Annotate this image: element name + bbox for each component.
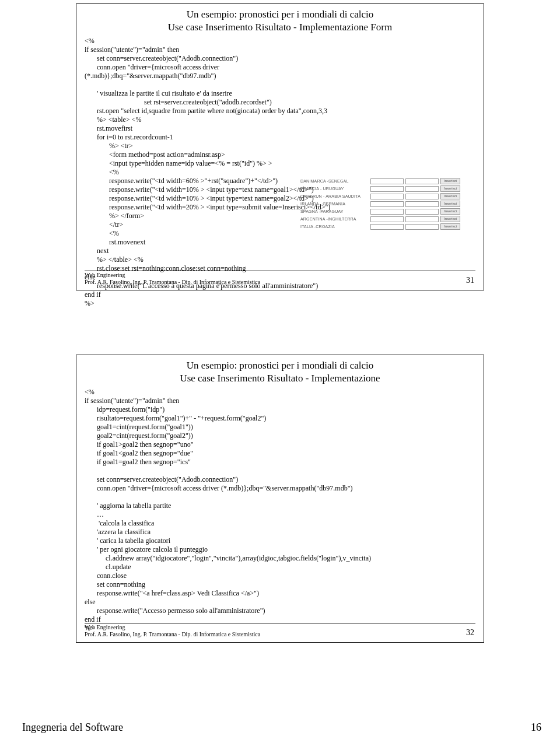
goal2-input[interactable] bbox=[405, 186, 439, 192]
document-footer-left: Ingegneria del Software bbox=[22, 721, 123, 734]
slide-footer: Web Engineering Prof. A.R. Fasolino, Ing… bbox=[85, 624, 260, 637]
goal1-input[interactable] bbox=[370, 201, 404, 207]
slide-title: Un esempio: pronostici per i mondiali di… bbox=[85, 9, 475, 20]
goal2-input[interactable] bbox=[405, 216, 439, 222]
footer-authors: Prof. A.R. Fasolino, Ing. P. Tramontana … bbox=[85, 631, 260, 637]
match-label: FRANCIA - URUGUAY bbox=[300, 187, 370, 191]
slide-number: 32 bbox=[466, 628, 474, 637]
match-row: ARGENTINA -INGHILTERRA Inserisci bbox=[300, 216, 470, 222]
submit-button[interactable]: Inserisci bbox=[440, 178, 460, 184]
footer-course: Web Engineering bbox=[85, 272, 125, 278]
slide-31: Un esempio: pronostici per i mondiali di… bbox=[76, 3, 484, 290]
submit-button[interactable]: Inserisci bbox=[440, 223, 460, 230]
match-label: SPAGNA -PARAGUAY bbox=[300, 209, 370, 213]
goal2-input[interactable] bbox=[405, 194, 439, 199]
submit-button[interactable]: Inserisci bbox=[440, 216, 460, 222]
slide-subtitle: Use case Inserimento Risultato - Impleme… bbox=[85, 373, 475, 384]
goal1-input[interactable] bbox=[370, 209, 404, 215]
match-row: CAMERUN - ARABIA SAUDITA Inserisci bbox=[300, 193, 470, 199]
match-label: ITALIA -CROAZIA bbox=[300, 225, 370, 229]
footer-divider bbox=[85, 271, 475, 271]
match-row: ITALIA -CROAZIA Inserisci bbox=[300, 223, 470, 230]
goal1-input[interactable] bbox=[370, 194, 404, 199]
footer-divider bbox=[85, 623, 475, 623]
slide-number: 31 bbox=[466, 276, 474, 285]
match-row: FRANCIA - URUGUAY Inserisci bbox=[300, 185, 470, 192]
slide-title: Un esempio: pronostici per i mondiali di… bbox=[85, 360, 475, 372]
match-label: CAMERUN - ARABIA SAUDITA bbox=[300, 194, 370, 198]
goal2-input[interactable] bbox=[405, 224, 439, 230]
document-footer-page: 16 bbox=[531, 721, 541, 734]
goal1-input[interactable] bbox=[370, 178, 404, 184]
match-row: SPAGNA -PARAGUAY Inserisci bbox=[300, 208, 470, 215]
slide-subtitle: Use case Inserimento Risultato - Impleme… bbox=[85, 22, 475, 33]
match-row: IRLANDA - GERMANIA Inserisci bbox=[300, 201, 470, 207]
match-label: IRLANDA - GERMANIA bbox=[300, 202, 370, 206]
submit-button[interactable]: Inserisci bbox=[440, 185, 460, 192]
match-label: ARGENTINA -INGHILTERRA bbox=[300, 217, 370, 221]
footer-authors: Prof. A.R. Fasolino, Ing. P. Tramontana … bbox=[85, 279, 260, 285]
slide-footer: Web Engineering Prof. A.R. Fasolino, Ing… bbox=[85, 272, 260, 285]
code-block: <% if session("utente")="admin" then idp… bbox=[85, 388, 475, 633]
goal1-input[interactable] bbox=[370, 186, 404, 192]
submit-button[interactable]: Inserisci bbox=[440, 208, 460, 215]
form-preview-overlay: DANIMARCA -SENEGAL Inserisci FRANCIA - U… bbox=[300, 178, 470, 231]
goal2-input[interactable] bbox=[405, 201, 439, 207]
goal1-input[interactable] bbox=[370, 216, 404, 222]
match-row: DANIMARCA -SENEGAL Inserisci bbox=[300, 178, 470, 184]
goal2-input[interactable] bbox=[405, 209, 439, 215]
match-label: DANIMARCA -SENEGAL bbox=[300, 179, 370, 183]
submit-button[interactable]: Inserisci bbox=[440, 193, 460, 199]
goal2-input[interactable] bbox=[405, 178, 439, 184]
slide-32: Un esempio: pronostici per i mondiali di… bbox=[76, 355, 484, 643]
submit-button[interactable]: Inserisci bbox=[440, 201, 460, 207]
goal1-input[interactable] bbox=[370, 224, 404, 230]
code-block: <% if session("utente")="admin" then set… bbox=[85, 37, 475, 308]
footer-course: Web Engineering bbox=[85, 624, 125, 630]
